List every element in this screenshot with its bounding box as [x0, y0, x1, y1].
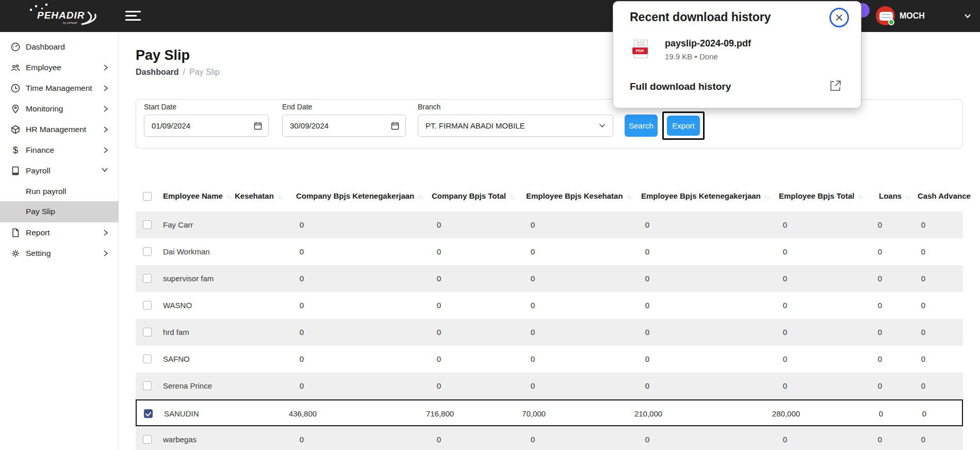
row-checkbox[interactable] — [143, 301, 152, 310]
employee-bpjs-ketenegakerjaan-cell: 0 — [783, 346, 787, 373]
user-menu-chevron-icon[interactable] — [963, 12, 972, 20]
employee-name-cell: Dai Workman — [163, 238, 210, 265]
kesehatan-cell: 436,800 — [289, 400, 317, 427]
end-date-input[interactable]: 30/09/2024 — [282, 115, 406, 137]
company-bpjs-total-cell: 70,000 — [522, 400, 546, 427]
chevron-right-icon — [103, 64, 108, 71]
sidebar-item-employee[interactable]: Employee — [0, 57, 119, 78]
employee-bpjs-kesehatan-cell: 0 — [645, 265, 649, 292]
column-header-company-bpjs-total[interactable]: Company Bpjs Total↑↓ — [432, 185, 514, 207]
column-header-loans[interactable]: Loans↑↓ — [879, 185, 910, 207]
row-checkbox[interactable] — [143, 220, 152, 229]
downloaded-file-name[interactable]: payslip-2024-09.pdf — [665, 38, 751, 49]
page-title: Pay Slip — [136, 47, 190, 63]
calendar-icon[interactable] — [254, 122, 262, 130]
external-link-icon[interactable] — [829, 79, 842, 92]
table-row[interactable]: Fay Carr 0 0 0 0 0 0 0 — [136, 212, 963, 238]
column-header-employee-bpjs-total[interactable]: Employee Bpjs Total↑↓ — [779, 185, 862, 207]
sort-icon[interactable]: ↑↓ — [418, 194, 422, 200]
company-bpjs-total-cell: 0 — [531, 373, 535, 399]
employee-bpjs-ketenegakerjaan-cell: 280,000 — [772, 400, 800, 427]
sidebar-item-finance[interactable]: $ Finance — [0, 140, 119, 160]
employee-name-cell: SANUDIN — [164, 400, 199, 427]
table-row[interactable]: supervisor fam 0 0 0 0 0 0 0 — [136, 265, 963, 292]
breadcrumb: Dashboard/Pay Slip — [136, 68, 220, 77]
row-checkbox[interactable] — [143, 435, 152, 444]
column-header-cash-advance[interactable]: Cash Advance — [918, 185, 971, 207]
row-checkbox[interactable] — [143, 328, 152, 336]
sidebar-item-hr-management[interactable]: HR Management — [0, 119, 119, 140]
employee-name-cell: Serena Prince — [163, 373, 212, 399]
sort-icon[interactable]: ↑↓ — [905, 194, 910, 200]
row-checkbox[interactable] — [143, 381, 152, 390]
loans-cell: 0 — [921, 373, 925, 399]
company-bpjs-ketenegakerjaan-cell: 0 — [437, 238, 441, 265]
sidebar-item-monitoring[interactable]: Monitoring — [0, 99, 119, 119]
column-header-company-bpjs-ketenegakerjaan[interactable]: Company Bpjs Ketenegakerjaan↑↓ — [296, 185, 422, 207]
employee-bpjs-ketenegakerjaan-cell: 0 — [783, 426, 787, 450]
column-header-employee-bpjs-kesehatan[interactable]: Employee Bpjs Kesehatan↑↓ — [526, 185, 631, 207]
start-date-label: Start Date — [144, 103, 176, 111]
column-header-employee-bpjs-ketenegakerjaan[interactable]: Employee Bpjs Ketenegakerjaan↑↓ — [641, 185, 769, 207]
start-date-input[interactable]: 01/09/2024 — [144, 115, 269, 137]
sort-icon[interactable]: ↑↓ — [226, 194, 231, 200]
table-row[interactable]: SANUDIN 436,800 716,800 70,000 210,000 2… — [136, 399, 963, 426]
loans-cell: 0 — [921, 238, 925, 265]
sort-icon[interactable]: ↑↓ — [510, 194, 514, 200]
company-bpjs-ketenegakerjaan-cell: 716,800 — [426, 400, 454, 427]
online-status-dot — [888, 19, 894, 25]
close-icon[interactable] — [829, 8, 849, 27]
calendar-icon[interactable] — [391, 122, 399, 130]
gear-icon — [10, 248, 21, 259]
row-checkbox[interactable] — [144, 409, 153, 418]
select-all-checkbox[interactable] — [143, 192, 152, 201]
hamburger-menu-icon[interactable] — [125, 11, 142, 22]
map-pin-icon — [10, 104, 21, 114]
table-row[interactable]: SAFNO 0 0 0 0 0 0 0 — [136, 346, 963, 373]
sort-icon[interactable]: ↑↓ — [858, 194, 862, 200]
employee-bpjs-ketenegakerjaan-cell: 0 — [783, 319, 787, 346]
breadcrumb-dashboard[interactable]: Dashboard — [136, 68, 179, 76]
employee-bpjs-total-cell: 0 — [878, 212, 882, 238]
sort-icon[interactable]: ↑↓ — [764, 194, 769, 200]
export-button[interactable]: Export — [667, 116, 700, 136]
kesehatan-cell: 0 — [300, 426, 304, 450]
logo-swoosh-icon — [34, 5, 101, 28]
downloaded-file-meta: 19.9 KB • Done — [665, 52, 718, 61]
branch-select[interactable]: PT. FIRMAN ABADI MOBILE — [418, 115, 613, 137]
sidebar-item-time-management[interactable]: Time Management — [0, 78, 119, 99]
table-row[interactable]: WASNO 0 0 0 0 0 0 0 — [136, 292, 963, 319]
row-checkbox[interactable] — [143, 355, 152, 363]
company-bpjs-total-cell: 0 — [531, 265, 535, 292]
kesehatan-cell: 0 — [300, 212, 304, 238]
chevron-right-icon — [103, 85, 108, 92]
sidebar-item-pay-slip[interactable]: Pay Slip — [0, 201, 119, 222]
gauge-icon — [10, 42, 21, 52]
table-row[interactable]: hrd fam 0 0 0 0 0 0 0 — [136, 319, 963, 346]
sort-icon[interactable]: ↑↓ — [277, 194, 282, 200]
sidebar-item-dashboard[interactable]: Dashboard — [0, 37, 119, 57]
sort-icon[interactable]: ↑↓ — [627, 194, 631, 200]
full-download-history-link[interactable]: Full download history — [630, 81, 731, 92]
chevron-right-icon — [103, 147, 108, 154]
table-row[interactable]: Serena Prince 0 0 0 0 0 0 0 — [136, 373, 963, 399]
row-checkbox[interactable] — [143, 274, 152, 283]
kesehatan-cell: 0 — [300, 319, 304, 346]
column-header-employee-name[interactable]: Employee Name↑↓ — [163, 185, 231, 207]
sidebar-item-payroll[interactable]: Payroll — [0, 160, 119, 181]
sidebar-item-setting[interactable]: Setting — [0, 243, 119, 264]
column-header-kesehatan[interactable]: Kesehatan↑↓ — [235, 185, 282, 207]
cube-icon — [10, 124, 21, 135]
search-button[interactable]: Search — [625, 115, 658, 137]
employee-bpjs-total-cell: 0 — [878, 238, 882, 265]
sidebar-item-report[interactable]: Report — [0, 222, 119, 243]
row-checkbox[interactable] — [143, 247, 152, 256]
file-icon — [10, 228, 21, 238]
kesehatan-cell: 0 — [300, 265, 304, 292]
sidebar-item-run-payroll[interactable]: Run payroll — [0, 181, 119, 202]
table-row[interactable]: Dai Workman 0 0 0 0 0 0 0 — [136, 238, 963, 265]
employee-bpjs-kesehatan-cell: 0 — [645, 346, 649, 373]
breadcrumb-pay-slip: Pay Slip — [189, 68, 220, 76]
table-row[interactable]: warbegas 0 0 0 0 0 0 0 — [136, 426, 963, 450]
employee-bpjs-total-cell: 0 — [879, 400, 883, 427]
